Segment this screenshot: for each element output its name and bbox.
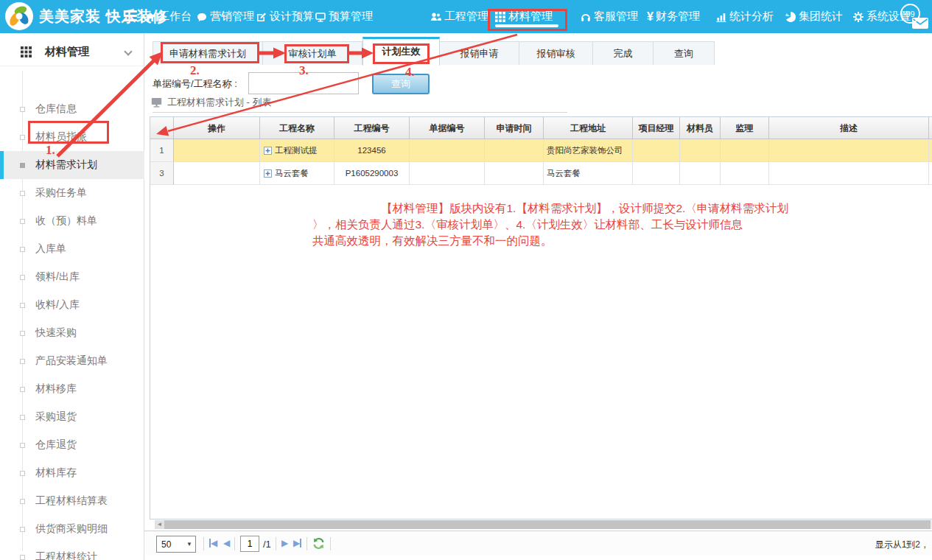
tree-bullet bbox=[20, 443, 25, 448]
sidebar-title: 材料管理 bbox=[45, 45, 89, 59]
sidebar-item-warehouse-return[interactable]: 仓库退货 bbox=[0, 431, 144, 459]
selected-indicator bbox=[0, 151, 4, 179]
query-button[interactable]: 查询 bbox=[372, 74, 430, 94]
sidebar: 材料管理 仓库信息 材料员指派 材料需求计划 采购任务单 收（预）料单 入库单 … bbox=[0, 33, 144, 560]
project-address: 贵阳尚艺家装饰公司 bbox=[544, 139, 633, 162]
prev-page-button[interactable]: ◀ bbox=[223, 536, 230, 550]
nav-item-workbench[interactable]: 工作台 bbox=[145, 0, 192, 33]
nav-item-design-budget[interactable]: 设计预算 bbox=[256, 0, 314, 33]
col-supervisor[interactable]: 监理 bbox=[721, 117, 769, 139]
sidebar-item-warehouse-info[interactable]: 仓库信息 bbox=[0, 95, 144, 123]
tree-bullet bbox=[20, 555, 25, 560]
search-input[interactable] bbox=[248, 72, 359, 94]
expand-icon[interactable] bbox=[264, 169, 272, 178]
col-project-address[interactable]: 工程地址 bbox=[544, 117, 633, 139]
caret-down-icon: ▼ bbox=[186, 541, 192, 547]
list-divider bbox=[153, 112, 567, 113]
list-title: 工程材料需求计划 - 列表 bbox=[151, 96, 272, 109]
nav-item-material[interactable]: 材料管理 bbox=[495, 0, 553, 33]
scroll-thumb[interactable] bbox=[164, 520, 931, 529]
tab-review-plan[interactable]: 审核计划单 bbox=[263, 41, 362, 65]
col-extra bbox=[929, 117, 932, 139]
sidebar-item-material-staff[interactable]: 材料员指派 bbox=[0, 123, 144, 151]
sidebar-item-quick-purchase[interactable]: 快速采购 bbox=[0, 319, 144, 347]
tree-bullet bbox=[20, 247, 25, 252]
hamburger-icon[interactable] bbox=[124, 10, 137, 24]
tree-bullet bbox=[20, 415, 25, 420]
tree-bullet bbox=[20, 135, 25, 140]
page-size-select[interactable]: 50 ▼ bbox=[156, 536, 196, 553]
sidebar-item-material-stock[interactable]: 材料库存 bbox=[0, 459, 144, 487]
gear-icon bbox=[853, 12, 863, 22]
nav-item-marketing[interactable]: 营销管理 bbox=[197, 0, 254, 33]
nav-item-finance[interactable]: ¥ 财务管理 bbox=[647, 0, 700, 33]
next-page-button[interactable]: ▶ bbox=[281, 536, 288, 550]
nav-item-statistics[interactable]: 统计分析 bbox=[716, 0, 774, 33]
table-row[interactable]: 3 马云套餐 P1605290003 马云套餐 bbox=[150, 162, 932, 185]
tree-bullet bbox=[20, 107, 25, 112]
tab-query[interactable]: 查询 bbox=[654, 41, 715, 65]
tree-bullet bbox=[20, 303, 25, 308]
tree-bullet bbox=[20, 387, 25, 392]
sidebar-item-receive-inbound[interactable]: 收料/入库 bbox=[0, 291, 144, 319]
col-project-name[interactable]: 工程名称 bbox=[260, 117, 334, 139]
top-header: 美美家装 快乐装修 工作台 营销管理 设计预算 预算管理 工程管理 材料管理 客… bbox=[0, 0, 932, 33]
message-count-badge[interactable]: 99 bbox=[900, 4, 920, 24]
sidebar-item-settlement-sheet[interactable]: 工程材料结算表 bbox=[0, 487, 144, 515]
col-order-no[interactable]: 单据编号 bbox=[410, 117, 485, 139]
sidebar-item-purchase-task[interactable]: 采购任务单 bbox=[0, 179, 144, 207]
tab-plan-effective[interactable]: 计划生效 bbox=[362, 37, 440, 66]
total-pages: /1 bbox=[263, 539, 271, 550]
table-header-row: 操作 工程名称 工程编号 单据编号 申请时间 工程地址 项目经理 材料员 监理 … bbox=[150, 117, 932, 139]
tree-bullet bbox=[20, 275, 25, 280]
nav-item-project[interactable]: 工程管理 bbox=[430, 0, 488, 33]
step-label-2: 2. bbox=[190, 63, 200, 78]
col-rownum bbox=[150, 117, 174, 139]
sidebar-item-material-transfer[interactable]: 材料移库 bbox=[0, 375, 144, 403]
horizontal-scrollbar[interactable]: ◄ bbox=[155, 520, 932, 529]
col-project-manager[interactable]: 项目经理 bbox=[633, 117, 680, 139]
col-operation[interactable]: 操作 bbox=[174, 117, 260, 139]
headset-icon bbox=[581, 12, 591, 22]
nav-item-budget[interactable]: 预算管理 bbox=[315, 0, 373, 33]
nav-item-group-stats[interactable]: 集团统计 bbox=[785, 0, 843, 33]
page-input[interactable] bbox=[240, 536, 259, 552]
tab-apply-material-plan[interactable]: 申请材料需求计划 bbox=[153, 41, 263, 65]
row-number: 1 bbox=[150, 139, 174, 162]
sidebar-header[interactable]: 材料管理 bbox=[0, 38, 144, 66]
active-nav-underline bbox=[495, 24, 558, 27]
home-icon bbox=[145, 12, 155, 22]
sidebar-item-inbound-order[interactable]: 入库单 bbox=[0, 235, 144, 263]
yen-icon: ¥ bbox=[647, 10, 654, 24]
pagination-bar: 50 ▼ ◀ ◀ /1 ▶ ▶ 显示从1到2， bbox=[144, 531, 932, 555]
project-code: P1605290003 bbox=[334, 162, 410, 185]
sidebar-item-project-material-stats[interactable]: 工程材料统计 bbox=[0, 543, 144, 560]
sidebar-item-receive-order[interactable]: 收（预）料单 bbox=[0, 207, 144, 235]
sidebar-item-purchase-return[interactable]: 采购退货 bbox=[0, 403, 144, 431]
sidebar-item-install-notice[interactable]: 产品安装通知单 bbox=[0, 347, 144, 375]
scroll-left-button[interactable]: ◄ bbox=[155, 520, 164, 529]
app-logo: 美美家装 快乐装修 bbox=[5, 2, 168, 30]
col-apply-time[interactable]: 申请时间 bbox=[485, 117, 544, 139]
monitor-icon bbox=[315, 12, 326, 22]
tab-expense-review[interactable]: 报销审核 bbox=[519, 41, 593, 65]
last-page-button[interactable]: ▶ bbox=[293, 536, 301, 550]
sidebar-item-pick-outbound[interactable]: 领料/出库 bbox=[0, 263, 144, 291]
tree-bullet bbox=[20, 527, 25, 532]
tab-complete[interactable]: 完成 bbox=[593, 41, 654, 65]
sidebar-item-supplier-detail[interactable]: 供货商采购明细 bbox=[0, 515, 144, 543]
edit-icon bbox=[256, 12, 267, 22]
first-page-button[interactable]: ◀ bbox=[209, 536, 217, 550]
tab-expense-apply[interactable]: 报销申请 bbox=[440, 41, 519, 65]
refresh-button[interactable] bbox=[312, 537, 325, 553]
expand-icon[interactable] bbox=[264, 147, 272, 155]
table-row[interactable]: 1 工程测试提 123456 贵阳尚艺家装饰公司 bbox=[150, 139, 932, 162]
sidebar-item-material-demand-plan[interactable]: 材料需求计划 bbox=[0, 151, 144, 179]
col-description[interactable]: 描述 bbox=[769, 117, 929, 139]
logo-icon bbox=[5, 2, 33, 30]
row-number: 3 bbox=[150, 162, 174, 185]
nav-item-service[interactable]: 客服管理 bbox=[581, 0, 638, 33]
col-project-code[interactable]: 工程编号 bbox=[334, 117, 410, 139]
users-icon bbox=[430, 12, 441, 22]
col-material-staff[interactable]: 材料员 bbox=[680, 117, 721, 139]
